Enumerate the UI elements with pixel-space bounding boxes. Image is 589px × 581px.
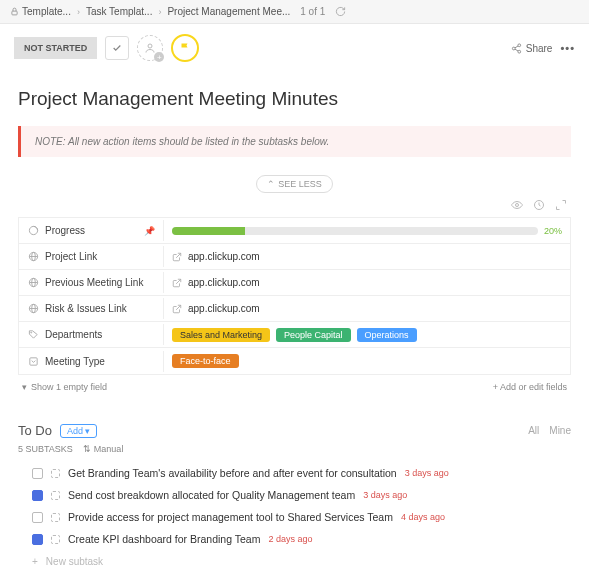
breadcrumb-item[interactable]: Template... xyxy=(10,6,71,17)
add-subtask-button[interactable]: Add ▾ xyxy=(60,424,97,438)
external-link-icon xyxy=(172,278,182,288)
tag-icon xyxy=(27,329,39,340)
dropdown-icon xyxy=(27,356,39,367)
plus-icon: + xyxy=(32,556,38,567)
tag[interactable]: Face-to-face xyxy=(172,354,239,368)
task-checkbox[interactable] xyxy=(32,490,43,501)
sort-icon: ⇅ xyxy=(83,444,91,454)
field-row: DepartmentsSales and MarketingPeople Cap… xyxy=(19,322,570,348)
priority-flag-button[interactable] xyxy=(171,34,199,62)
field-row: Risk & Issues Linkapp.clickup.com xyxy=(19,296,570,322)
field-row: Progress📌20% xyxy=(19,218,570,244)
link-icon xyxy=(27,303,39,314)
link-icon xyxy=(27,277,39,288)
svg-point-4 xyxy=(518,50,521,53)
task-row[interactable]: Get Branding Team's availability before … xyxy=(18,462,571,484)
svg-point-2 xyxy=(518,43,521,46)
field-value[interactable]: app.clickup.com xyxy=(164,298,570,319)
svg-point-5 xyxy=(516,204,519,207)
task-status-dot[interactable] xyxy=(51,491,60,500)
field-label: Departments xyxy=(19,324,164,345)
history-icon[interactable] xyxy=(533,199,545,211)
task-title: Get Branding Team's availability before … xyxy=(68,467,397,479)
task-checkbox[interactable] xyxy=(32,512,43,523)
task-due-date: 2 days ago xyxy=(268,534,312,544)
task-due-date: 3 days ago xyxy=(405,468,449,478)
pin-icon: 📌 xyxy=(144,226,155,236)
breadcrumb-count: 1 of 1 xyxy=(300,6,325,17)
task-row[interactable]: Send cost breakdown allocated for Qualit… xyxy=(18,484,571,506)
tag[interactable]: People Capital xyxy=(276,328,351,342)
chevron-right-icon: › xyxy=(158,7,161,17)
note-callout: NOTE: All new action items should be lis… xyxy=(18,126,571,157)
task-list: Get Branding Team's availability before … xyxy=(18,462,571,550)
task-title: Send cost breakdown allocated for Qualit… xyxy=(68,489,355,501)
add-edit-fields[interactable]: + Add or edit fields xyxy=(493,382,567,392)
task-checkbox[interactable] xyxy=(32,534,43,545)
field-label: Previous Meeting Link xyxy=(19,272,164,293)
task-due-date: 4 days ago xyxy=(401,512,445,522)
external-link-icon xyxy=(172,252,182,262)
svg-rect-0 xyxy=(12,11,17,15)
field-value[interactable]: Sales and MarketingPeople CapitalOperati… xyxy=(164,323,570,347)
chevron-down-icon: ▾ xyxy=(22,382,27,392)
tag[interactable]: Operations xyxy=(357,328,417,342)
field-label: Project Link xyxy=(19,246,164,267)
share-button[interactable]: Share xyxy=(511,43,553,54)
link-icon xyxy=(27,251,39,262)
chevron-up-icon: ⌃ xyxy=(267,179,275,189)
more-menu-button[interactable]: ••• xyxy=(560,42,575,54)
field-value[interactable]: Face-to-face xyxy=(164,349,570,373)
external-link-icon xyxy=(172,304,182,314)
task-due-date: 3 days ago xyxy=(363,490,407,500)
field-value[interactable]: 20% xyxy=(164,221,570,241)
page-title: Project Management Meeting Minutes xyxy=(18,88,571,110)
task-status-dot[interactable] xyxy=(51,513,60,522)
show-empty-fields[interactable]: ▾ Show 1 empty field xyxy=(22,382,107,392)
svg-point-1 xyxy=(148,44,152,48)
field-row: Previous Meeting Linkapp.clickup.com xyxy=(19,270,570,296)
svg-rect-18 xyxy=(29,357,36,364)
task-status-dot[interactable] xyxy=(51,469,60,478)
breadcrumb-bar: Template... › Task Templat... › Project … xyxy=(0,0,589,24)
filter-mine[interactable]: Mine xyxy=(549,425,571,436)
refresh-icon[interactable] xyxy=(335,6,346,17)
progress-percent: 20% xyxy=(544,226,562,236)
task-row[interactable]: Provide access for project management to… xyxy=(18,506,571,528)
svg-point-3 xyxy=(512,47,515,50)
new-subtask-input[interactable]: + New subtask xyxy=(18,550,571,573)
field-row: Meeting TypeFace-to-face xyxy=(19,348,570,374)
field-row: Project Linkapp.clickup.com xyxy=(19,244,570,270)
breadcrumb-item[interactable]: Task Templat... xyxy=(86,6,153,17)
visibility-icon[interactable] xyxy=(511,199,523,211)
field-label: Risk & Issues Link xyxy=(19,298,164,319)
breadcrumb-item[interactable]: Project Management Mee... xyxy=(167,6,290,17)
assignee-button[interactable]: + xyxy=(137,35,163,61)
field-label: Progress📌 xyxy=(19,220,164,241)
task-status-dot[interactable] xyxy=(51,535,60,544)
custom-fields-table: Progress📌20%Project Linkapp.clickup.comP… xyxy=(18,217,571,375)
field-value[interactable]: app.clickup.com xyxy=(164,272,570,293)
task-title: Provide access for project management to… xyxy=(68,511,393,523)
progress-bar xyxy=(172,227,538,235)
chevron-down-icon: ▾ xyxy=(85,426,90,436)
toolbar: NOT STARTED + Share ••• xyxy=(0,24,589,72)
field-label: Meeting Type xyxy=(19,351,164,372)
tag[interactable]: Sales and Marketing xyxy=(172,328,270,342)
sort-button[interactable]: ⇅ Manual xyxy=(83,444,124,454)
task-row[interactable]: Create KPI dashboard for Branding Team2 … xyxy=(18,528,571,550)
lock-icon xyxy=(10,7,19,16)
todo-section-title: To Do xyxy=(18,423,52,438)
svg-point-17 xyxy=(30,332,31,333)
next-status-button[interactable] xyxy=(105,36,129,60)
field-value[interactable]: app.clickup.com xyxy=(164,246,570,267)
task-title: Create KPI dashboard for Branding Team xyxy=(68,533,260,545)
status-button[interactable]: NOT STARTED xyxy=(14,37,97,59)
expand-icon[interactable] xyxy=(555,199,567,211)
filter-all[interactable]: All xyxy=(528,425,539,436)
see-less-button[interactable]: ⌃ SEE LESS xyxy=(256,175,333,193)
field-tools xyxy=(18,199,571,211)
subtasks-count: 5 SUBTASKS xyxy=(18,444,73,454)
chevron-right-icon: › xyxy=(77,7,80,17)
task-checkbox[interactable] xyxy=(32,468,43,479)
